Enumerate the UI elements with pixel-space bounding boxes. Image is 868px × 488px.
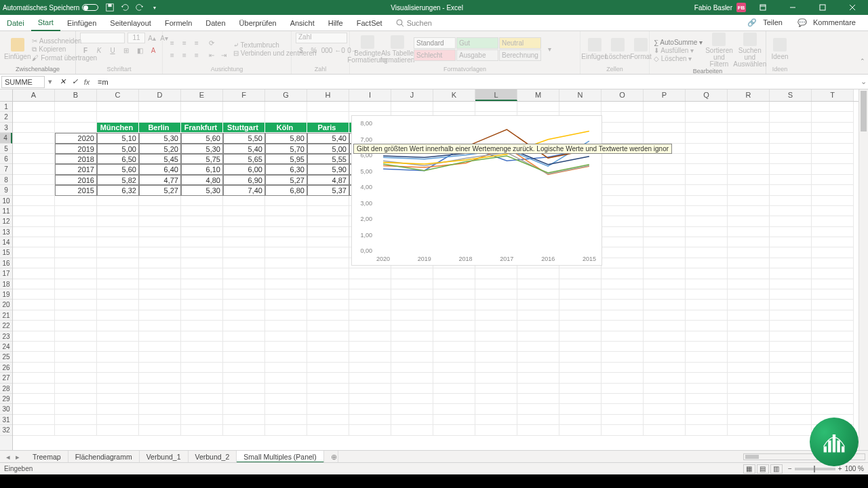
cell-D14[interactable] — [139, 237, 181, 247]
cell-E6[interactable]: 5,75 — [181, 154, 223, 164]
cell-R21[interactable] — [728, 310, 770, 321]
cell-B29[interactable] — [55, 394, 97, 404]
cell-C27[interactable] — [97, 373, 139, 383]
col-header-A[interactable]: A — [13, 89, 55, 101]
cell-A5[interactable] — [13, 144, 55, 154]
tab-formulas[interactable]: Formeln — [158, 15, 199, 31]
cell-T2[interactable] — [812, 112, 854, 122]
cell-T27[interactable] — [812, 373, 854, 383]
cell-D15[interactable] — [139, 247, 181, 258]
name-box-dropdown-icon[interactable]: ▾ — [46, 77, 54, 86]
cell-O9[interactable] — [601, 185, 644, 195]
cell-L20[interactable] — [475, 300, 517, 310]
cell-D17[interactable] — [139, 268, 181, 279]
cell-G1[interactable] — [265, 102, 307, 112]
cell-Q25[interactable] — [686, 352, 728, 362]
cell-M26[interactable] — [517, 363, 559, 373]
row-header-27[interactable]: 27 — [0, 373, 12, 383]
cell-O20[interactable] — [601, 300, 644, 310]
cell-R16[interactable] — [728, 258, 770, 268]
cell-S31[interactable] — [770, 415, 812, 425]
cell-G16[interactable] — [265, 258, 307, 268]
cell-H19[interactable] — [307, 289, 349, 300]
cell-B4[interactable]: 2020 — [55, 133, 97, 143]
col-header-J[interactable]: J — [391, 89, 433, 101]
col-header-T[interactable]: T — [812, 89, 854, 101]
cell-M24[interactable] — [517, 342, 559, 352]
cell-B18[interactable] — [55, 279, 97, 289]
cell-P14[interactable] — [644, 237, 686, 247]
cell-F3[interactable]: Stuttgart — [223, 123, 265, 133]
cell-E20[interactable] — [181, 300, 223, 310]
cell-K22[interactable] — [433, 321, 475, 331]
cell-C19[interactable] — [97, 289, 139, 300]
zoom-out-icon[interactable]: − — [788, 465, 792, 472]
cell-F28[interactable] — [223, 384, 265, 394]
cell-F5[interactable]: 5,40 — [223, 144, 265, 154]
cell-R14[interactable] — [728, 237, 770, 247]
cell-K25[interactable] — [433, 352, 475, 362]
sheet-nav-first-icon[interactable]: ◂ — [4, 453, 12, 461]
cell-P31[interactable] — [644, 415, 686, 425]
col-header-L[interactable]: L — [475, 89, 517, 101]
tab-data[interactable]: Daten — [199, 15, 232, 31]
cell-G4[interactable]: 5,80 — [265, 133, 307, 143]
cell-C21[interactable] — [97, 310, 139, 321]
cell-N1[interactable] — [559, 102, 601, 112]
row-header-32[interactable]: 32 — [0, 425, 12, 435]
underline-icon[interactable]: U — [107, 45, 118, 56]
align-left-icon[interactable]: ≡ — [167, 50, 178, 61]
cell-T17[interactable] — [812, 268, 854, 279]
cell-G14[interactable] — [265, 237, 307, 247]
cell-S5[interactable] — [770, 144, 812, 154]
cell-R32[interactable] — [728, 425, 770, 435]
cell-Q11[interactable] — [686, 206, 728, 216]
cell-C29[interactable] — [97, 394, 139, 404]
cell-D5[interactable]: 5,20 — [139, 144, 181, 154]
cell-D22[interactable] — [139, 321, 181, 331]
cell-R1[interactable] — [728, 102, 770, 112]
cell-H10[interactable] — [307, 196, 349, 206]
row-header-17[interactable]: 17 — [0, 268, 12, 279]
cell-D3[interactable]: Berlin — [139, 123, 181, 133]
cell-H1[interactable] — [307, 102, 349, 112]
col-header-I[interactable]: I — [349, 89, 391, 101]
cell-G25[interactable] — [265, 352, 307, 362]
cell-C32[interactable] — [97, 425, 139, 435]
cell-D26[interactable] — [139, 363, 181, 373]
cell-O15[interactable] — [601, 247, 644, 258]
cell-N24[interactable] — [559, 342, 601, 352]
cell-H22[interactable] — [307, 321, 349, 331]
cell-J28[interactable] — [391, 384, 433, 394]
cell-M30[interactable] — [517, 404, 559, 414]
cell-E29[interactable] — [181, 394, 223, 404]
cell-C26[interactable] — [97, 363, 139, 373]
col-header-F[interactable]: F — [223, 89, 265, 101]
cell-K18[interactable] — [433, 279, 475, 289]
cell-G21[interactable] — [265, 310, 307, 321]
align-center-icon[interactable]: ≡ — [179, 50, 190, 61]
cell-O32[interactable] — [601, 425, 644, 435]
cell-N17[interactable] — [559, 268, 601, 279]
cell-B16[interactable] — [55, 258, 97, 268]
cell-E24[interactable] — [181, 342, 223, 352]
cell-G23[interactable] — [265, 331, 307, 342]
cell-C9[interactable]: 6,32 — [97, 185, 139, 195]
cell-T3[interactable] — [812, 123, 854, 133]
cell-H12[interactable] — [307, 216, 349, 226]
row-header-1[interactable]: 1 — [0, 102, 12, 112]
cell-I30[interactable] — [349, 404, 391, 414]
cell-T29[interactable] — [812, 394, 854, 404]
cell-G9[interactable]: 6,80 — [265, 185, 307, 195]
cell-K1[interactable] — [433, 102, 475, 112]
cell-B13[interactable] — [55, 227, 97, 237]
cell-Q13[interactable] — [686, 227, 728, 237]
cell-R24[interactable] — [728, 342, 770, 352]
cell-E8[interactable]: 4,80 — [181, 175, 223, 185]
col-header-R[interactable]: R — [728, 89, 770, 101]
cell-M28[interactable] — [517, 384, 559, 394]
cell-S1[interactable] — [770, 102, 812, 112]
row-header-8[interactable]: 8 — [0, 175, 12, 185]
style-neutral[interactable]: Neutral — [499, 37, 541, 49]
cell-Q7[interactable] — [686, 164, 728, 174]
